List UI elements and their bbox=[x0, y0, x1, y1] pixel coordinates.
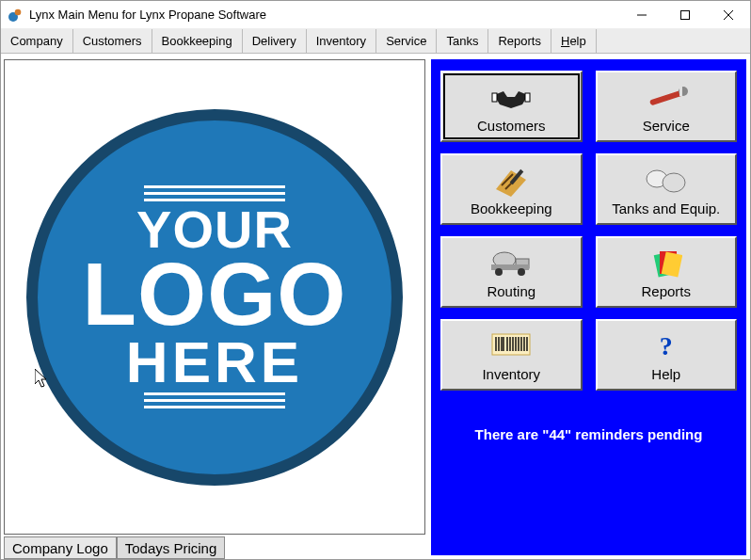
titlebar: Lynx Main Menu for Lynx Propane Software bbox=[1, 1, 750, 29]
app-icon bbox=[7, 7, 24, 24]
logo-line3: HERE bbox=[83, 335, 347, 389]
menu-company[interactable]: Company bbox=[1, 29, 73, 53]
logo-decor-bottom bbox=[144, 389, 285, 412]
customers-button[interactable]: Customers bbox=[440, 71, 583, 142]
reminders-count: 44 bbox=[549, 426, 565, 442]
menu-bookkeeping[interactable]: Bookkeeping bbox=[152, 29, 243, 53]
close-button[interactable] bbox=[707, 1, 750, 28]
window-controls bbox=[620, 1, 750, 28]
routing-button[interactable]: Routing bbox=[440, 236, 583, 308]
bookkeeping-button[interactable]: Bookkeeping bbox=[440, 153, 583, 225]
help-label: Help bbox=[651, 366, 680, 382]
left-panel: YOUR LOGO HERE Company Logo Todays Prici… bbox=[1, 54, 428, 559]
wrench-icon bbox=[644, 80, 689, 116]
routing-label: Routing bbox=[487, 283, 535, 299]
question-icon: ? bbox=[660, 328, 673, 364]
menu-help[interactable]: Help bbox=[551, 29, 597, 53]
reports-button[interactable]: Reports bbox=[596, 236, 738, 308]
tanks-button[interactable]: Tanks and Equip. bbox=[596, 153, 738, 225]
right-panel: Customers Service bbox=[431, 59, 746, 555]
inventory-button[interactable]: Inventory bbox=[440, 319, 583, 391]
help-button[interactable]: ? Help bbox=[596, 319, 738, 391]
menubar: Company Customers Bookkeeping Delivery I… bbox=[1, 29, 750, 54]
svg-rect-6 bbox=[492, 93, 497, 102]
reminders-suffix: " reminders pending bbox=[565, 426, 702, 442]
svg-rect-3 bbox=[681, 10, 690, 19]
ledger-icon bbox=[492, 163, 530, 199]
bookkeeping-label: Bookkeeping bbox=[471, 200, 552, 216]
tanks-icon bbox=[646, 163, 687, 199]
logo-text: YOUR LOGO HERE bbox=[83, 205, 347, 389]
svg-rect-7 bbox=[525, 93, 530, 102]
folders-icon bbox=[650, 246, 682, 281]
customers-label: Customers bbox=[477, 118, 546, 134]
logo-frame: YOUR LOGO HERE bbox=[4, 59, 425, 535]
dashboard-grid: Customers Service bbox=[440, 71, 737, 391]
service-label: Service bbox=[643, 118, 690, 134]
window-title: Lynx Main Menu for Lynx Propane Software bbox=[29, 8, 620, 22]
client-area: YOUR LOGO HERE Company Logo Todays Prici… bbox=[1, 54, 750, 559]
logo-placeholder: YOUR LOGO HERE bbox=[26, 109, 403, 486]
svg-point-1 bbox=[15, 8, 22, 15]
svg-point-21 bbox=[518, 268, 525, 276]
reminders-status: There are "44" reminders pending bbox=[440, 426, 737, 442]
minimize-button[interactable] bbox=[620, 1, 663, 28]
reports-label: Reports bbox=[641, 283, 691, 299]
barcode-icon bbox=[490, 328, 532, 364]
truck-icon bbox=[487, 246, 535, 281]
tab-company-logo[interactable]: Company Logo bbox=[4, 536, 117, 559]
logo-line2: LOGO bbox=[83, 254, 347, 335]
tanks-label: Tanks and Equip. bbox=[612, 200, 720, 216]
menu-delivery[interactable]: Delivery bbox=[243, 29, 307, 53]
menu-service[interactable]: Service bbox=[376, 29, 437, 53]
svg-point-20 bbox=[495, 268, 503, 276]
service-button[interactable]: Service bbox=[596, 71, 738, 142]
svg-rect-8 bbox=[649, 89, 683, 105]
menu-inventory[interactable]: Inventory bbox=[307, 29, 376, 53]
inventory-label: Inventory bbox=[482, 366, 540, 382]
bottom-tabs: Company Logo Todays Pricing bbox=[4, 535, 425, 559]
maximize-button[interactable] bbox=[663, 1, 707, 28]
tab-todays-pricing[interactable]: Todays Pricing bbox=[117, 536, 226, 559]
svg-rect-10 bbox=[679, 87, 682, 96]
menu-reports[interactable]: Reports bbox=[488, 29, 551, 53]
menu-tanks[interactable]: Tanks bbox=[437, 29, 488, 53]
svg-point-16 bbox=[663, 173, 685, 192]
reminders-prefix: There are " bbox=[475, 426, 550, 442]
handshake-icon bbox=[490, 80, 532, 116]
menu-customers[interactable]: Customers bbox=[73, 29, 152, 53]
